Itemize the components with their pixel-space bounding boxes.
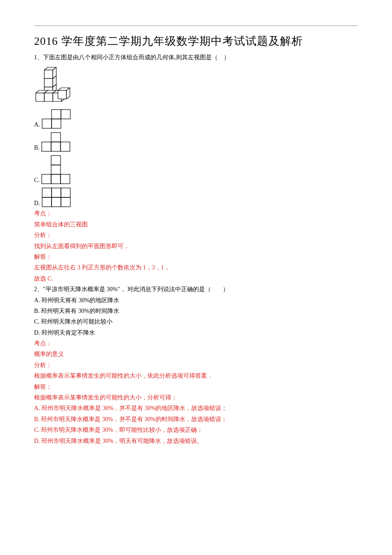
q2-jieda-a: A. 邳州市明天降水概率是 30%，并不是有 30%的地区降水，故选项错误； (34, 404, 358, 413)
svg-marker-3 (44, 78, 53, 87)
q1-option-a-row: A. (34, 108, 358, 129)
q2-fenxi-label: 分析： (34, 361, 358, 370)
q1-option-d-figure (42, 187, 72, 207)
svg-rect-23 (52, 110, 61, 119)
svg-rect-27 (61, 142, 70, 151)
svg-rect-36 (61, 197, 70, 207)
q1-jieda-text2: 故选 C. (34, 274, 358, 283)
top-rule (34, 26, 358, 26)
svg-marker-12 (44, 93, 53, 101)
q1-fenxi-label: 分析： (34, 231, 358, 240)
q1-option-a-label: A. (34, 122, 40, 129)
q1-option-a-figure (42, 108, 72, 129)
q1-option-d-label: D. (34, 200, 40, 207)
q2-jieda-label: 解答： (34, 382, 358, 392)
svg-rect-34 (42, 197, 52, 207)
q1-fenxi-text: 找到从左面看得到的平面图形即可． (34, 242, 358, 251)
svg-marker-18 (58, 90, 66, 99)
q2-option-c: C. 邳州明天降水的可能比较小 (34, 317, 358, 327)
svg-rect-22 (52, 119, 61, 128)
q1-option-d-row: D. (34, 187, 358, 207)
svg-rect-30 (51, 174, 61, 184)
page: 2016 学年度第二学期九年级数学期中考试试题及解析 1、下面左图是由八个相同小… (0, 0, 392, 464)
svg-marker-6 (44, 70, 53, 78)
q1-kaodian-text: 简单组合体的三视图 (34, 220, 358, 229)
q1-jieda-label: 解答： (34, 252, 358, 262)
q2-stem: 2、"平凉市明天降水概率是 30%"， 对此消息下列说法中正确的是（ ） (34, 285, 358, 294)
q2-option-b: B. 邳州明天将有 30%的时间降水 (34, 306, 358, 316)
q2-jieda-b: B. 邳州市明天降水概率是 30%，并不是有 30%的时间降水，故选项错误； (34, 415, 358, 424)
q2-kaodian-text: 概率的意义 (34, 350, 358, 359)
q2-option-d: D. 邳州明天肯定不降水 (34, 328, 358, 338)
q1-option-c-figure (41, 154, 72, 184)
svg-rect-28 (51, 133, 61, 142)
svg-rect-31 (61, 174, 70, 184)
q1-kaodian-label: 考点： (34, 209, 358, 218)
svg-rect-24 (61, 110, 70, 119)
svg-rect-35 (52, 197, 61, 207)
svg-rect-39 (61, 188, 70, 197)
q1-option-c-row: C. (34, 154, 358, 184)
svg-rect-32 (51, 165, 61, 174)
page-title: 2016 学年度第二学期九年级数学期中考试试题及解析 (34, 34, 358, 49)
q1-option-b-label: B. (34, 145, 40, 152)
q1-solid-figure (34, 65, 77, 106)
q1-option-b-row: B. (34, 131, 358, 152)
svg-rect-21 (42, 119, 52, 128)
svg-rect-38 (52, 188, 61, 197)
svg-rect-33 (51, 156, 61, 165)
q2-option-a: A. 邳州明天将有 30%的地区降水 (34, 296, 358, 305)
svg-rect-29 (42, 174, 51, 184)
q2-jieda-d: D. 邳州市明天降水概率是 30%，明天有可能降水，故选项错误。 (34, 436, 358, 446)
q1-stem: 1、下面左图是由八个相同小正方体组合而成的几何体,则其左视图是（ ） (34, 53, 358, 62)
q2-kaodian-label: 考点： (34, 339, 358, 348)
svg-marker-9 (36, 93, 44, 101)
q2-jieda-c: C. 邳州市明天降水概率是 30%，即可能性比较小，故选项正确； (34, 425, 358, 435)
q1-option-c-label: C. (34, 177, 40, 184)
q1-option-b-figure (41, 131, 72, 152)
q1-jieda-text1: 左视图从左往右 3 列正方形的个数依次为 1，3，1， (34, 263, 358, 272)
q2-fenxi-text: 根据概率表示某事情发生的可能性的大小，依此分析选项可得答案． (34, 371, 358, 381)
svg-rect-37 (42, 188, 52, 197)
q2-jieda-text1: 根据概率表示某事情发生的可能性的大小，分析可得： (34, 393, 358, 402)
svg-rect-25 (42, 142, 51, 151)
svg-rect-26 (51, 142, 61, 151)
